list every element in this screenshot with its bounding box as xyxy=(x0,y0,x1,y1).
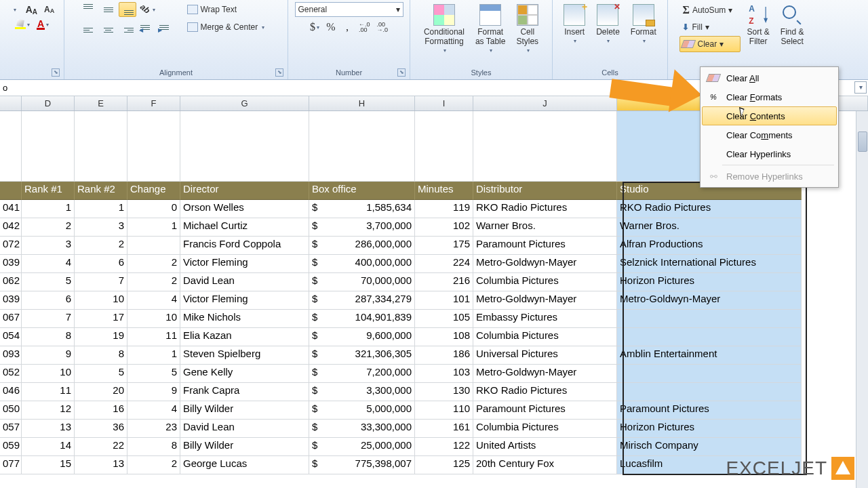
format-as-table-button[interactable]: Format as Table▾ xyxy=(471,2,510,58)
col-header[interactable]: J xyxy=(473,96,617,110)
fill-button[interactable]: ⬇Fill▾ xyxy=(679,19,741,35)
header-distributor: Distributor xyxy=(473,182,617,200)
increase-font-button[interactable]: A xyxy=(23,2,40,17)
font-size-dropdown[interactable]: ▾ xyxy=(7,2,22,17)
clear-comments-item[interactable]: Clear Comments xyxy=(702,125,837,144)
fill-color-button[interactable]: ▾ xyxy=(12,17,33,32)
col-header[interactable]: H xyxy=(309,96,415,110)
col-header[interactable]: E xyxy=(75,96,127,110)
number-format-value: General xyxy=(298,5,328,14)
table-row[interactable]: 042231Michael Curtiz$3,700,000102Warner … xyxy=(0,218,868,237)
increase-decimal-icon: ←.0 .00 xyxy=(359,22,370,33)
decrease-decimal-button[interactable]: .00 →.0 xyxy=(374,20,391,35)
table-row[interactable]: 0396104Victor Fleming$287,334,279101Metr… xyxy=(0,291,868,310)
align-bottom-icon xyxy=(121,4,134,15)
decrease-font-button[interactable]: A xyxy=(41,2,57,17)
number-label: Number xyxy=(336,68,362,77)
styles-group: Conditional Formatting▾ Format as Table▾… xyxy=(410,0,553,79)
col-header[interactable]: D xyxy=(22,96,75,110)
decrease-indent-icon xyxy=(140,25,153,30)
table-row[interactable]: 06771710Mike Nichols$104,901,839105Embas… xyxy=(0,310,868,328)
alignment-label: Alignment xyxy=(159,68,193,77)
col-header[interactable] xyxy=(0,96,22,110)
table-row[interactable]: 039462Victor Fleming$400,000,000224Metro… xyxy=(0,255,868,273)
vertical-scrollbar[interactable] xyxy=(856,111,868,488)
cells-group: Insert▾ Delete▾ Format▾ Cells xyxy=(553,0,668,79)
wrap-text-button[interactable]: Wrap Text xyxy=(184,2,272,17)
align-right-button[interactable] xyxy=(119,20,136,35)
header-rank1: Rank #1 xyxy=(22,182,75,200)
find-icon xyxy=(781,4,803,26)
header-minutes: Minutes xyxy=(415,182,473,200)
align-middle-button[interactable] xyxy=(100,2,117,17)
increase-indent-icon xyxy=(159,25,172,30)
align-center-button[interactable] xyxy=(100,20,117,35)
eraser-icon xyxy=(706,74,721,82)
clear-button[interactable]: Clear▾ xyxy=(679,36,741,52)
decrease-indent-button[interactable] xyxy=(138,20,155,35)
delete-icon xyxy=(597,4,618,26)
dialog-launcher-icon[interactable]: ⬊ xyxy=(275,68,283,77)
delete-button[interactable]: Delete▾ xyxy=(591,2,625,48)
clear-hyperlinks-item[interactable]: Clear Hyperlinks xyxy=(702,144,837,163)
scrollbar-thumb[interactable] xyxy=(858,131,867,152)
col-header[interactable]: G xyxy=(180,96,309,110)
col-header[interactable]: F xyxy=(127,96,180,110)
dollar-icon: $ xyxy=(310,21,315,33)
align-bottom-button[interactable] xyxy=(119,2,136,17)
merge-icon xyxy=(187,22,198,32)
align-left-button[interactable] xyxy=(81,20,98,35)
col-header[interactable]: I xyxy=(415,96,473,110)
clear-all-item[interactable]: Clear All xyxy=(702,68,837,87)
autosum-button[interactable]: ΣAutoSum▾ xyxy=(679,2,741,18)
clear-contents-item[interactable]: Clear Contents xyxy=(702,106,837,125)
decrease-font-icon: A xyxy=(44,5,54,14)
font-color-icon: A xyxy=(37,20,45,30)
conditional-formatting-icon xyxy=(433,4,455,26)
sigma-icon: Σ xyxy=(682,4,689,16)
cell-styles-button[interactable]: Cell Styles▾ xyxy=(511,2,543,58)
sort-filter-icon xyxy=(747,4,769,26)
align-top-button[interactable] xyxy=(81,2,98,17)
table-row[interactable]: 057133623David Lean$33,300,000161Columbi… xyxy=(0,420,868,438)
table-row[interactable]: 093981Steven Spielberg$321,306,305186Uni… xyxy=(0,346,868,365)
table-row[interactable]: 04611209Frank Capra$3,300,000130RKO Radi… xyxy=(0,383,868,401)
currency-button[interactable]: $▾ xyxy=(307,20,322,35)
conditional-formatting-button[interactable]: Conditional Formatting▾ xyxy=(419,2,469,58)
format-button[interactable]: Format▾ xyxy=(626,2,661,48)
font-group: ▾ A A ▾ A▾ ⬊ xyxy=(0,0,64,79)
merge-center-button[interactable]: Merge & Center▾ xyxy=(184,20,272,35)
table-row[interactable]: 041110Orson Welles$1,585,634119RKO Radio… xyxy=(0,200,868,218)
table-row[interactable]: 05914228Billy Wilder$25,000,000122United… xyxy=(0,438,868,456)
font-color-button[interactable]: A▾ xyxy=(34,17,52,32)
table-row[interactable]: 05012164Billy Wilder$5,000,000110Paramou… xyxy=(0,401,868,420)
header-rank2: Rank #2 xyxy=(75,182,127,200)
expand-formula-bar-button[interactable]: ▾ xyxy=(854,81,867,94)
cells-label: Cells xyxy=(601,68,618,77)
orientation-button[interactable]: ▾ xyxy=(138,2,158,17)
increase-indent-button[interactable] xyxy=(157,20,174,35)
merge-label: Merge & Center xyxy=(201,22,258,32)
table-row[interactable]: 07232Francis Ford Coppola$286,000,000175… xyxy=(0,237,868,255)
insert-button[interactable]: Insert▾ xyxy=(559,2,590,48)
watermark: EXCELJET xyxy=(726,457,854,480)
comma-icon: , xyxy=(346,21,349,33)
chain-icon: ⚯ xyxy=(706,170,721,182)
number-group: General▾ $▾ % , ←.0 .00 .00 →.0 Number⬊ xyxy=(288,0,410,79)
clear-formats-item[interactable]: %Clear Formats xyxy=(702,87,837,106)
find-select-button[interactable]: Find & Select xyxy=(776,2,809,48)
increase-decimal-button[interactable]: ←.0 .00 xyxy=(356,20,373,35)
percent-button[interactable]: % xyxy=(323,20,338,35)
alignment-group: ▾ Wrap Text Merge & Center▾ Alignment⬊ xyxy=(64,0,288,79)
dialog-launcher-icon[interactable]: ⬊ xyxy=(397,68,406,77)
dialog-launcher-icon[interactable]: ⬊ xyxy=(52,68,60,77)
table-row[interactable]: 062572David Lean$70,000,000216Columbia P… xyxy=(0,273,868,291)
comma-button[interactable]: , xyxy=(340,20,355,35)
table-row[interactable]: 0521055Gene Kelly$7,200,000103Metro-Gold… xyxy=(0,365,868,383)
watermark-text: EXCELJET xyxy=(726,458,827,479)
table-row[interactable]: 05481911Elia Kazan$9,600,000108Columbia … xyxy=(0,328,868,346)
number-format-dropdown[interactable]: General▾ xyxy=(295,2,403,17)
wrap-text-label: Wrap Text xyxy=(201,5,237,14)
sort-filter-button[interactable]: Sort & Filter xyxy=(742,2,774,48)
clear-menu: Clear All %Clear Formats Clear Contents … xyxy=(700,66,839,188)
